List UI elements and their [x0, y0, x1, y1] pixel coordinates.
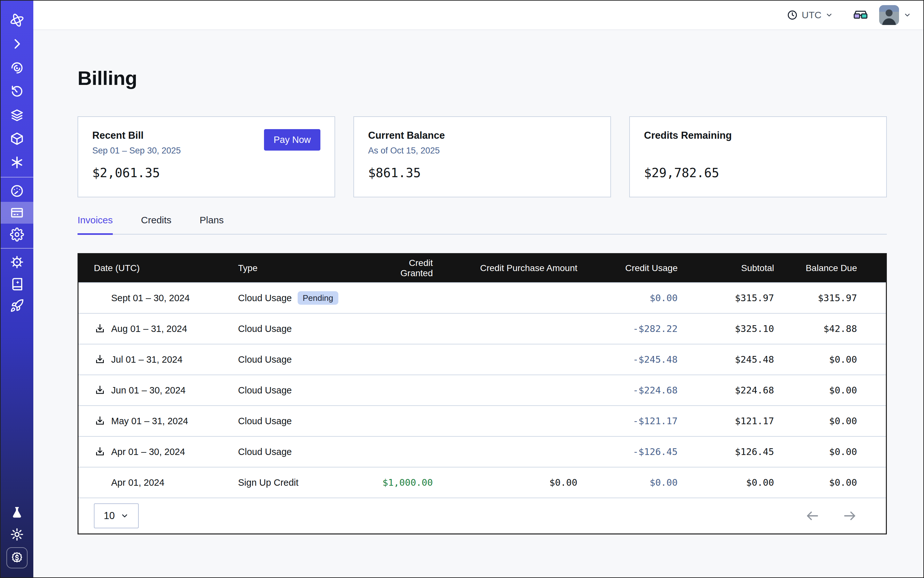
table-row: Sept 01 – 30, 2024 Cloud Usage Pending $…	[78, 282, 886, 313]
card-subtitle	[644, 146, 872, 156]
status-badge: Pending	[298, 291, 338, 305]
column-header-credit-purchase: Credit Purchase Amount	[433, 263, 577, 273]
date-cell: Sept 01 – 30, 2024	[94, 292, 238, 304]
card-amount: $861.35	[368, 166, 596, 180]
layers-icon[interactable]	[1, 103, 33, 127]
balance-due: $0.00	[774, 477, 857, 488]
balance-due: $0.00	[774, 385, 857, 396]
balance-due: $0.00	[774, 446, 857, 457]
type-cell: Cloud Usage	[238, 385, 382, 396]
glasses-icon[interactable]	[853, 9, 868, 21]
card-title: Credits Remaining	[644, 130, 872, 141]
table-footer: 10	[78, 498, 886, 533]
invoice-date: Jun 01 – 30, 2024	[111, 385, 185, 396]
type-cell: Cloud Usage	[238, 416, 382, 427]
next-page-arrow-icon[interactable]	[842, 508, 858, 524]
current-balance-card: Current Balance As of Oct 15, 2025 $861.…	[353, 116, 611, 197]
pagination-controls	[804, 508, 858, 524]
table-row: Apr 01 – 30, 2024 Cloud Usage -$126.45 $…	[78, 436, 886, 467]
previous-page-arrow-icon[interactable]	[804, 508, 820, 524]
download-invoice-icon[interactable]	[94, 415, 106, 427]
timezone-selector[interactable]: UTC	[787, 10, 833, 21]
type-cell: Cloud Usage	[238, 446, 382, 457]
cube-icon[interactable]	[1, 127, 33, 151]
balance-due: $0.00	[774, 416, 857, 427]
card-amount: $2,061.35	[92, 166, 320, 180]
dollar-badge-icon[interactable]	[6, 547, 28, 568]
pay-now-button[interactable]: Pay Now	[264, 129, 320, 151]
credit-usage: $0.00	[577, 292, 678, 304]
card-amount: $29,782.65	[644, 166, 872, 180]
type-cell: Cloud Usage	[238, 354, 382, 365]
balance-due: $0.00	[774, 354, 857, 365]
column-header-type: Type	[238, 263, 382, 273]
tab-credits[interactable]: Credits	[141, 215, 171, 234]
helm-icon[interactable]	[1, 251, 33, 273]
column-header-credit-granted: Credit Granted	[382, 258, 433, 278]
credit-usage: -$121.17	[577, 416, 678, 427]
avatar[interactable]	[879, 5, 899, 25]
asterisk-icon[interactable]	[1, 151, 33, 174]
sidebar	[1, 1, 33, 577]
invoice-type: Cloud Usage	[238, 385, 292, 396]
tab-invoices[interactable]: Invoices	[78, 215, 113, 234]
table-row: May 01 – 31, 2024 Cloud Usage -$121.17 $…	[78, 405, 886, 436]
sidebar-divider	[1, 177, 33, 177]
invoice-date: Apr 01, 2024	[111, 477, 164, 488]
billing-tabs: Invoices Credits Plans	[78, 215, 887, 235]
download-invoice-icon[interactable]	[94, 384, 106, 396]
flask-icon[interactable]	[1, 502, 33, 524]
date-cell: Apr 01, 2024	[94, 476, 238, 489]
invoices-table: Date (UTC) Type Credit Granted Credit Pu…	[78, 253, 887, 534]
invoice-date: Sept 01 – 30, 2024	[111, 293, 190, 304]
download-slot	[94, 476, 106, 489]
download-slot	[94, 292, 106, 304]
credit-usage: -$245.48	[577, 354, 678, 365]
gauge-icon[interactable]	[1, 180, 33, 202]
date-cell: Apr 01 – 30, 2024	[94, 446, 238, 458]
card-subtitle: As of Oct 15, 2025	[368, 146, 596, 156]
main-content: Billing Recent Bill Sep 01 – Sep 30, 202…	[33, 30, 923, 577]
clock-icon	[787, 10, 798, 21]
page-size-value: 10	[104, 510, 115, 521]
sidebar-divider	[1, 248, 33, 248]
rocket-icon[interactable]	[1, 295, 33, 317]
balance-due: $315.97	[774, 292, 857, 304]
credit-granted: $1,000.00	[382, 477, 433, 488]
tab-plans[interactable]: Plans	[200, 215, 224, 234]
trace-eye-icon[interactable]	[1, 56, 33, 80]
type-cell: Sign Up Credit	[238, 477, 382, 488]
credit-usage: $0.00	[577, 477, 678, 488]
sun-icon[interactable]	[1, 524, 33, 546]
page-size-select[interactable]: 10	[94, 503, 139, 528]
billing-card-icon[interactable]	[1, 202, 33, 224]
download-invoice-icon[interactable]	[94, 323, 106, 335]
card-title: Current Balance	[368, 130, 596, 141]
date-cell: Aug 01 – 31, 2024	[94, 323, 238, 335]
top-bar: UTC	[33, 1, 923, 30]
invoice-date: Aug 01 – 31, 2024	[111, 324, 187, 334]
table-row: Jul 01 – 31, 2024 Cloud Usage -$245.48 $…	[78, 344, 886, 375]
credit-usage: -$282.22	[577, 323, 678, 334]
chevron-down-icon	[825, 11, 833, 19]
summary-cards: Recent Bill Sep 01 – Sep 30, 2025 $2,061…	[78, 116, 887, 197]
subtotal: $245.48	[678, 354, 774, 365]
timer-icon[interactable]	[1, 80, 33, 103]
chevron-right-icon[interactable]	[1, 32, 33, 56]
type-cell: Cloud Usage	[238, 324, 382, 334]
download-invoice-icon[interactable]	[94, 353, 106, 365]
date-cell: May 01 – 31, 2024	[94, 415, 238, 427]
subtotal: $224.68	[678, 385, 774, 396]
credits-remaining-card: Credits Remaining $29,782.65	[629, 116, 887, 197]
invoice-type: Cloud Usage	[238, 293, 292, 304]
orbit-logo-icon[interactable]	[1, 8, 33, 32]
chevron-down-icon	[120, 512, 129, 520]
account-menu[interactable]	[879, 5, 911, 25]
column-header-credit-usage: Credit Usage	[577, 263, 678, 273]
docs-book-icon[interactable]	[1, 273, 33, 295]
settings-gear-icon[interactable]	[1, 224, 33, 245]
download-invoice-icon[interactable]	[94, 446, 106, 458]
column-header-balance-due: Balance Due	[774, 263, 857, 273]
column-header-subtotal: Subtotal	[678, 263, 774, 273]
credit-purchase: $0.00	[433, 477, 577, 488]
